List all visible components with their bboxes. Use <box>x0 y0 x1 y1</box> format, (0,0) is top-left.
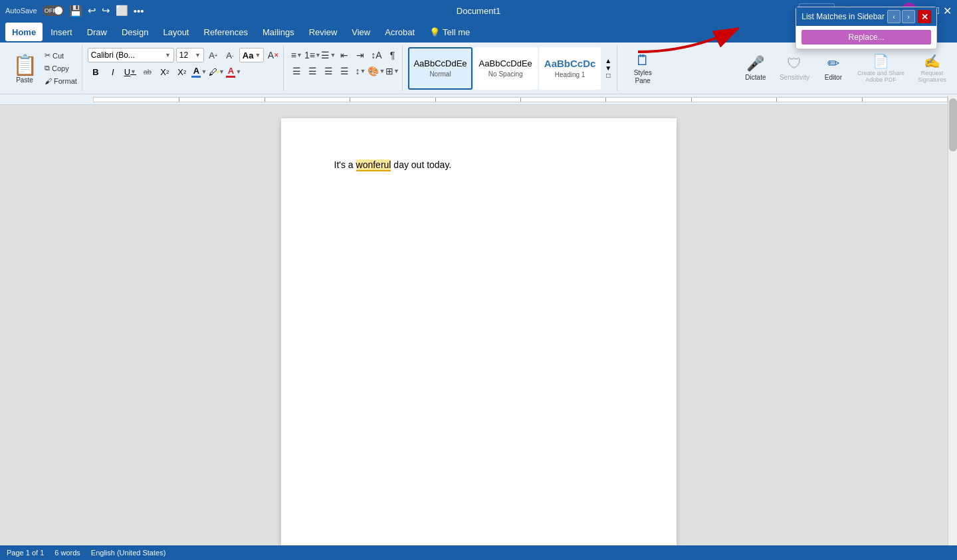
more-options-icon[interactable]: ⬜ <box>116 5 128 17</box>
underline-button[interactable]: U ▼ <box>122 64 138 80</box>
sensitivity-button[interactable]: 🛡 Sensitivity <box>774 52 815 84</box>
font-name-selector[interactable]: Calibri (Bo... ▼ <box>88 48 174 62</box>
text-color-indicator: A <box>191 66 201 78</box>
paragraph-group: ≡▼ 1≡▼ ☰▼ ⇤ ⇥ ↕A ¶ ☰ ☰ ☰ ☰ ↕▼ 🎨▼ ⊞▼ <box>286 45 403 91</box>
clipboard-group: 📋 Paste ✂ Cut ⧉ Copy 🖌 Format <box>5 45 82 91</box>
menu-item-layout[interactable]: Layout <box>156 23 195 41</box>
menu-item-view[interactable]: View <box>345 23 377 41</box>
ruler-mark-2 <box>265 98 265 102</box>
menu-item-acrobat[interactable]: Acrobat <box>378 23 421 41</box>
replace-button[interactable]: Replace... <box>801 30 931 45</box>
menu-item-tell-me[interactable]: 💡 Tell me <box>423 23 477 41</box>
font-color-button[interactable]: A ▼ <box>226 64 242 80</box>
show-formatting-button[interactable]: ¶ <box>385 48 399 62</box>
superscript-button[interactable]: X2 <box>174 64 190 80</box>
close-icon[interactable]: ✕ <box>943 5 952 17</box>
highlight-icon: 🖊 <box>209 67 217 77</box>
align-right-button[interactable]: ☰ <box>321 64 336 78</box>
styles-more-button[interactable]: ▲ ▼ □ <box>602 47 614 90</box>
cut-button[interactable]: ✂ Cut <box>43 50 79 62</box>
style-normal-button[interactable]: AaBbCcDdEe Normal <box>408 47 472 90</box>
increase-font-size-button[interactable]: A+ <box>206 48 221 62</box>
page-info: Page 1 of 1 <box>7 549 44 557</box>
line-spacing-button[interactable]: ↕▼ <box>353 64 368 78</box>
paste-button[interactable]: 📋 Paste <box>8 50 41 87</box>
request-signatures-button[interactable]: ✍ RequestSignatures <box>912 50 952 86</box>
font-size-chevron: ▼ <box>195 52 201 58</box>
undo-icon[interactable]: ↩ <box>88 5 96 17</box>
overflow-menu-icon[interactable]: ••• <box>134 5 144 17</box>
title-bar-left: AutoSave OFF 💾 ↩ ↪ ⬜ ••• <box>5 5 144 17</box>
dictate-button[interactable]: 🎤 Dictate <box>740 52 772 84</box>
italic-button[interactable]: I <box>105 64 121 80</box>
popup-header-label: List Matches in Sidebar <box>801 12 885 21</box>
subscript-button[interactable]: X2 <box>157 64 173 80</box>
document-content[interactable]: It's a wonferul day out today. <box>334 158 623 172</box>
menu-item-draw[interactable]: Draw <box>80 23 114 41</box>
save-icon[interactable]: 💾 <box>69 5 82 17</box>
paragraph-bottom-row: ☰ ☰ ☰ ☰ ↕▼ 🎨▼ ⊞▼ <box>289 64 399 78</box>
menu-item-mailings[interactable]: Mailings <box>256 23 301 41</box>
font-color-bar <box>226 76 235 78</box>
font-name-value: Calibri (Bo... <box>91 50 135 60</box>
align-left-button[interactable]: ☰ <box>289 64 304 78</box>
menu-item-references[interactable]: References <box>197 23 255 41</box>
decrease-indent-button[interactable]: ⇤ <box>337 48 352 62</box>
editor-button[interactable]: ✏ Editor <box>817 52 849 84</box>
document-page[interactable]: It's a wonferul day out today. <box>281 118 677 556</box>
format-painter-icon: 🖌 <box>45 77 52 85</box>
decrease-font-size-button[interactable]: A- <box>223 48 237 62</box>
text-color-chevron: ▼ <box>201 68 207 75</box>
autosave-toggle[interactable]: OFF <box>43 5 64 16</box>
redo-icon[interactable]: ↪ <box>102 5 110 17</box>
dictate-label: Dictate <box>745 74 766 81</box>
popup-prev-button[interactable]: ‹ <box>887 10 901 23</box>
align-center-button[interactable]: ☰ <box>305 64 320 78</box>
popup-nav-buttons: ‹ › <box>887 10 915 23</box>
bold-button[interactable]: B <box>88 64 104 80</box>
sort-button[interactable]: ↕A <box>369 48 383 62</box>
ruler-mark-3 <box>350 98 350 102</box>
styles-pane-button[interactable]: 🗒 StylesPane <box>623 45 663 91</box>
copy-icon: ⧉ <box>45 64 50 72</box>
text-color-bar <box>191 76 201 78</box>
increase-indent-button[interactable]: ⇥ <box>353 48 368 62</box>
scrollbar[interactable] <box>948 96 957 560</box>
menu-item-insert[interactable]: Insert <box>44 23 79 41</box>
menu-item-home[interactable]: Home <box>5 23 43 41</box>
strikethrough-button[interactable]: ab <box>140 64 156 80</box>
style-no-spacing-preview: AaBbCcDdEe <box>479 58 532 69</box>
create-share-adobe-button[interactable]: 📄 Create and ShareAdobe PDF <box>852 50 910 86</box>
misspelled-word: wonferul <box>356 159 391 171</box>
justify-button[interactable]: ☰ <box>337 64 352 78</box>
style-no-spacing-label: No Spacing <box>488 70 523 78</box>
borders-button[interactable]: ⊞▼ <box>385 64 399 78</box>
create-share-label: Create and ShareAdobe PDF <box>857 70 904 84</box>
shading-button[interactable]: 🎨▼ <box>369 64 383 78</box>
font-size-selector[interactable]: 12 ▼ <box>176 48 204 62</box>
style-normal-label: Normal <box>429 70 451 78</box>
styles-group: AaBbCcDdEe Normal AaBbCcDdEe No Spacing … <box>405 45 617 91</box>
highlight-color-button[interactable]: 🖊 ▼ <box>209 64 225 80</box>
ruler-mark-8 <box>776 98 777 102</box>
bullets-button[interactable]: ≡▼ <box>289 48 304 62</box>
popup-close-button[interactable]: ✕ <box>918 10 931 23</box>
menu-item-design[interactable]: Design <box>115 23 155 41</box>
text-color-button[interactable]: A ▼ <box>191 64 207 80</box>
format-painter-button[interactable]: 🖌 Format <box>43 75 79 87</box>
font-case-button[interactable]: Aa ▼ <box>239 48 265 62</box>
style-no-spacing-button[interactable]: AaBbCcDdEe No Spacing <box>474 47 538 90</box>
clear-formatting-button[interactable]: A✕ <box>266 48 280 62</box>
menu-item-review[interactable]: Review <box>302 23 344 41</box>
scrollbar-thumb[interactable] <box>949 98 957 151</box>
ruler <box>0 94 957 105</box>
paste-label: Paste <box>16 76 33 84</box>
popup-next-button[interactable]: › <box>902 10 915 23</box>
document-title: Document1 <box>457 6 500 16</box>
numbering-button[interactable]: 1≡▼ <box>305 48 320 62</box>
style-heading1-button[interactable]: AaBbCcDc Heading 1 <box>539 47 601 90</box>
ruler-body <box>93 97 948 102</box>
copy-button[interactable]: ⧉ Copy <box>43 62 79 74</box>
ribbon: 📋 Paste ✂ Cut ⧉ Copy 🖌 Format <box>0 43 957 94</box>
multilevel-list-button[interactable]: ☰▼ <box>321 48 336 62</box>
